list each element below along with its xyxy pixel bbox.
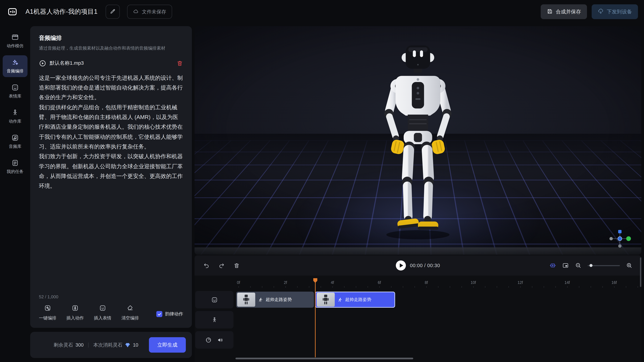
sidebar-item-label: 音频编排 xyxy=(7,68,24,74)
transcript-paragraph: 我们致力于创新，大力投资于研发，以突破人机协作和机器学习的界限。创新机器人公司助… xyxy=(39,152,183,191)
zoom-in-icon[interactable] xyxy=(626,262,632,269)
time-display: 00:00 / 00:30 xyxy=(410,263,440,268)
speaker-icon[interactable] xyxy=(217,337,224,343)
tool-label: 一键编排 xyxy=(39,315,56,321)
timeline-ruler[interactable]: 0f2f4f6f8f10f12f14f16f xyxy=(236,278,641,288)
ruler-tick: 16f xyxy=(612,281,617,285)
track-rail xyxy=(195,278,234,362)
robot-model xyxy=(357,39,479,255)
cloud-icon xyxy=(133,8,139,15)
delete-clip-icon[interactable] xyxy=(234,262,240,269)
transcript-text[interactable]: 这是一家全球领先的公司专注于先进机器人系统的设计、制造和部署我们的使命是通过智能… xyxy=(39,73,183,191)
sidebar-item-motion-imitation[interactable]: 动作模仿 xyxy=(3,30,28,52)
unsaved-status[interactable]: 文件未保存 xyxy=(127,5,172,19)
divider xyxy=(88,343,88,348)
main-column: 00:00 / 00:30 xyxy=(194,26,641,362)
playhead[interactable] xyxy=(315,280,316,357)
track-row-3[interactable] xyxy=(236,331,641,349)
tool-label: 插入动作 xyxy=(66,315,84,321)
sidebar: 动作模仿音频编排表情库动作库音频库我的任务 xyxy=(0,26,30,362)
panel-title: 音频编排 xyxy=(39,34,183,42)
playback-controls: 00:00 / 00:30 xyxy=(194,255,641,276)
timeline-horizontal-scrollbar[interactable] xyxy=(236,358,413,359)
insert-motion-button[interactable]: 插入动作 xyxy=(66,305,84,321)
topbar: A1机器人动作-我的项目1 文件未保存 合成并保存 下发到设备 xyxy=(0,0,644,23)
timeline-zoom-slider[interactable] xyxy=(588,265,620,266)
app-logo-icon[interactable] xyxy=(7,7,18,17)
tool-label: 清空编排 xyxy=(122,315,139,321)
motion-track-icon xyxy=(211,317,218,323)
audio-play-icon[interactable] xyxy=(39,59,46,67)
speed-dial-icon[interactable] xyxy=(205,337,212,343)
transcript-paragraph: 我们提供样化的产品组合，包括用于精密制造的工业机械臂、用于物流和仓储的自主移动机… xyxy=(39,102,183,152)
vertical-scrollbar[interactable] xyxy=(640,257,641,287)
undo-icon[interactable] xyxy=(203,262,210,269)
timeline: 0f2f4f6f8f10f12f14f16f 超帅走路姿势超帅走路姿势 xyxy=(194,276,641,362)
play-button[interactable] xyxy=(396,260,406,271)
motion-icon xyxy=(12,109,19,116)
motion-track-header[interactable] xyxy=(195,311,234,329)
remaining-stones: 剩余灵石 300 xyxy=(54,342,84,348)
audio-lib-icon xyxy=(12,134,19,141)
one-click-arrange-button[interactable]: 一键编排 xyxy=(39,305,56,321)
sidebar-item-expression-library[interactable]: 表情库 xyxy=(3,80,28,102)
timeline-clip-selected[interactable]: 超帅走路姿势 xyxy=(315,292,395,308)
sidebar-item-label: 动作库 xyxy=(9,119,22,124)
deploy-button[interactable]: 下发到设备 xyxy=(592,4,638,19)
timeline-clip[interactable]: 超帅走路姿势 xyxy=(236,292,314,308)
delete-audio-icon[interactable] xyxy=(176,60,183,66)
transcript-paragraph: 这是一家全球领先的公司专注于先进机器人系统的设计、制造和部署我们的使命是通过智能… xyxy=(39,73,183,102)
audio-arrangement-panel: 音频编排 通过音频处理，生成音频素材以及融合动作和表情的音频编排素材 默认名称1… xyxy=(30,26,192,328)
clip-thumbnail xyxy=(317,293,335,307)
save-icon xyxy=(547,8,553,15)
track-row-2[interactable] xyxy=(236,311,641,329)
viewport-3d[interactable] xyxy=(194,26,641,255)
clapperboard-icon xyxy=(12,33,19,41)
panel-toolbar: 一键编排插入动作插入表情清空编排 韵律动作 xyxy=(39,305,183,321)
ruler-tick: 0f xyxy=(237,281,240,285)
redo-icon[interactable] xyxy=(218,262,225,269)
project-title: A1机器人动作-我的项目1 xyxy=(26,7,98,16)
stage-front-edge xyxy=(194,247,641,255)
cloud-download-icon xyxy=(598,8,604,15)
zoom-out-icon[interactable] xyxy=(575,262,582,269)
edit-title-button[interactable] xyxy=(106,5,120,19)
unsaved-label: 文件未保存 xyxy=(142,8,166,15)
rhythm-motion-toggle[interactable]: 韵律动作 xyxy=(156,311,183,321)
save-button[interactable]: 合成并保存 xyxy=(541,4,587,19)
track-row-1[interactable]: 超帅走路姿势超帅走路姿势 xyxy=(236,291,641,308)
clip-label: 超帅走路姿势 xyxy=(266,297,292,303)
orientation-gizmo[interactable] xyxy=(607,229,632,249)
timeline-tracks[interactable]: 0f2f4f6f8f10f12f14f16f 超帅走路姿势超帅走路姿势 xyxy=(236,278,641,362)
sidebar-item-label: 我的任务 xyxy=(7,169,24,175)
insert-motion-icon xyxy=(72,305,78,313)
generate-button[interactable]: 立即生成 xyxy=(149,337,186,353)
sidebar-item-audio-arrangement[interactable]: 音频编排 xyxy=(3,55,28,77)
sidebar-item-motion-library[interactable]: 动作库 xyxy=(3,106,28,127)
ruler-tick: 12f xyxy=(518,281,523,285)
walking-pose-icon xyxy=(338,297,342,302)
clip-thumbnail xyxy=(237,293,255,307)
audio-track-header[interactable] xyxy=(195,331,234,349)
clear-icon xyxy=(127,305,134,313)
sidebar-item-audio-library[interactable]: 音频库 xyxy=(3,131,28,152)
ruler-tick: 6f xyxy=(378,281,381,285)
track-display-icon[interactable] xyxy=(562,262,569,269)
pencil-icon xyxy=(110,8,116,15)
ruler-tick: 8f xyxy=(425,281,428,285)
ruler-tick: 2f xyxy=(284,281,287,285)
insert-expression-button[interactable]: 插入表情 xyxy=(94,305,111,321)
sidebar-item-label: 表情库 xyxy=(9,93,22,99)
sidebar-item-my-tasks[interactable]: 我的任务 xyxy=(3,156,28,178)
ruler-tick: 4f xyxy=(331,281,334,285)
expression-track-header[interactable] xyxy=(195,291,234,308)
walking-pose-icon xyxy=(258,297,263,302)
ruler-tick: 14f xyxy=(564,281,570,285)
clear-arrangement-button[interactable]: 清空编排 xyxy=(122,305,139,321)
left-column: 音频编排 通过音频处理，生成音频素材以及融合动作和表情的音频编排素材 默认名称1… xyxy=(30,26,192,362)
cost-stones: 本次消耗灵石 10 xyxy=(93,342,138,348)
tasks-icon xyxy=(12,159,19,167)
rhythm-checkbox[interactable] xyxy=(156,311,162,317)
face-track-icon xyxy=(211,297,218,303)
add-track-icon[interactable] xyxy=(550,262,556,269)
